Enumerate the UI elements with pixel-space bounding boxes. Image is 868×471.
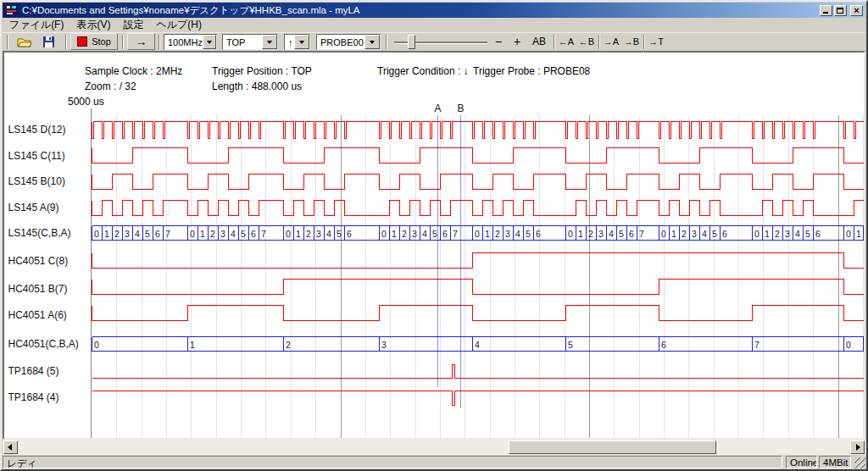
zoom-slider[interactable]: [394, 35, 487, 49]
cursor-ab-button[interactable]: AB: [528, 33, 550, 50]
open-button[interactable]: [13, 33, 36, 50]
toolbar-separator: [159, 35, 160, 49]
bus-value: 3: [220, 229, 225, 239]
bus-value: 5: [619, 229, 624, 239]
bus-value: 7: [453, 229, 458, 239]
bus-value: 5: [241, 229, 246, 239]
bus-value: 4: [609, 229, 614, 239]
bus-value: 5: [526, 229, 531, 239]
trigger-position-combo[interactable]: TOP: [222, 34, 278, 50]
dropdown-arrow-icon[interactable]: [294, 35, 309, 49]
bus-value: 2: [306, 229, 311, 239]
set-cursor-a-button[interactable]: →A: [602, 33, 620, 50]
zoom-in-button[interactable]: +: [509, 33, 525, 50]
goto-trigger-button[interactable]: →T: [647, 33, 665, 50]
channel-hc4051-a-6: HC4051 A(6): [8, 306, 864, 321]
channel-tp1684-4: TP1684 (4): [8, 391, 864, 406]
run-button[interactable]: →: [127, 33, 155, 50]
bus-value: 1: [485, 229, 490, 239]
goto-cursor-b-button[interactable]: ←B: [577, 33, 596, 50]
menu-view[interactable]: 表示(V): [76, 18, 110, 32]
set-cursor-b-button[interactable]: →B: [622, 33, 641, 50]
scroll-left-button[interactable]: [3, 441, 18, 454]
folder-open-icon: [17, 36, 32, 47]
dropdown-arrow-icon[interactable]: [203, 35, 216, 49]
cursor-label-A: A: [434, 103, 441, 114]
app-icon: [5, 4, 19, 17]
channel-ls145-c-b-a: LS145(C,B,A)0123456701234567012345601234…: [8, 226, 864, 241]
trigger-edge-combo[interactable]: ↑: [284, 34, 310, 50]
bus-value: 0: [568, 229, 573, 239]
titlebar[interactable]: C:¥Documents and Settings¥noname¥デスクトップ¥…: [3, 3, 865, 18]
dropdown-arrow-icon[interactable]: [262, 35, 277, 49]
stop-label: Stop: [92, 36, 111, 47]
toolbar-separator: [122, 35, 124, 49]
toolbar-separator: [554, 35, 555, 49]
save-button[interactable]: [38, 33, 60, 50]
dropdown-arrow-icon[interactable]: [364, 35, 380, 49]
maximize-button[interactable]: [834, 5, 847, 16]
channel-label: HC4051(C,B,A): [8, 338, 79, 350]
channel-label: HC4051 A(6): [8, 309, 67, 321]
toolbar-separator: [386, 35, 387, 49]
bus-value: 0: [846, 229, 851, 239]
channel-label: HC4051 B(7): [8, 283, 68, 295]
horizontal-scrollbar[interactable]: [3, 440, 865, 455]
bus-value: 0: [286, 229, 291, 239]
channel-label: LS145(C,B,A): [8, 227, 71, 239]
channel-label: HC4051 C(8): [8, 255, 69, 267]
zoom-out-button[interactable]: −: [491, 33, 506, 50]
bus-value: 6: [815, 229, 821, 239]
bus-value: 2: [402, 229, 407, 239]
stop-button[interactable]: Stop: [70, 33, 118, 50]
waveform-canvas[interactable]: ABLS145 D(12)LS145 C(11)LS145 B(10)LS145…: [4, 53, 864, 438]
bus-value: 3: [125, 229, 130, 239]
bus-value: 1: [104, 229, 109, 239]
menu-settings[interactable]: 設定: [123, 18, 143, 32]
bus-value: 1: [671, 229, 676, 239]
close-button[interactable]: ×: [850, 5, 863, 16]
bus-value: 6: [251, 229, 256, 239]
bus-value: 2: [210, 229, 215, 239]
menu-file[interactable]: ファイル(F): [9, 18, 64, 32]
channel-label: LS145 B(10): [8, 175, 65, 187]
scroll-right-button[interactable]: [850, 441, 865, 454]
bus-value: 7: [754, 340, 760, 350]
floppy-icon: [43, 36, 55, 47]
toolbar-gripper: [7, 35, 8, 49]
bus-value: 0: [754, 229, 760, 239]
bus-value: 4: [702, 229, 707, 239]
app-window: C:¥Documents and Settings¥noname¥デスクトップ¥…: [0, 0, 868, 471]
slider-thumb[interactable]: [408, 35, 415, 49]
scrollbar-thumb[interactable]: [509, 441, 716, 454]
bus-value: 5: [712, 229, 717, 239]
window-title: C:¥Documents and Settings¥noname¥デスクトップ¥…: [22, 4, 818, 17]
status-message: レディ: [3, 456, 782, 468]
bus-value: 2: [495, 229, 500, 239]
bus-value: 3: [412, 229, 417, 239]
bus-value: 6: [536, 229, 541, 239]
channel-label: LS145 A(9): [8, 202, 59, 213]
bus-value: 7: [639, 229, 644, 239]
right-arrow-icon: [856, 444, 860, 451]
bus-value: 1: [765, 229, 770, 239]
status-memory: 4MBit: [819, 456, 851, 468]
bus-value: 3: [692, 229, 697, 239]
bus-value: 3: [785, 229, 790, 239]
status-online: Online: [786, 456, 817, 468]
minimize-button[interactable]: [820, 5, 832, 16]
bus-value: 4: [795, 229, 800, 239]
menu-help[interactable]: ヘルプ(H): [156, 18, 202, 32]
bus-value: 6: [347, 229, 352, 239]
bus-value: 6: [629, 229, 634, 239]
resize-grip[interactable]: [854, 457, 865, 468]
bus-value: 1: [578, 229, 583, 239]
sample-clock-combo[interactable]: 100MHz: [164, 34, 217, 50]
goto-cursor-a-button[interactable]: ←A: [557, 33, 576, 50]
maximize-icon: [837, 8, 843, 14]
trigger-probe-combo[interactable]: PROBE00: [316, 34, 381, 50]
bus-value: 5: [432, 229, 437, 239]
channel-tp1684-5: TP1684 (5): [8, 365, 864, 379]
bus-value: 0: [846, 340, 851, 350]
close-icon: ×: [851, 5, 862, 16]
